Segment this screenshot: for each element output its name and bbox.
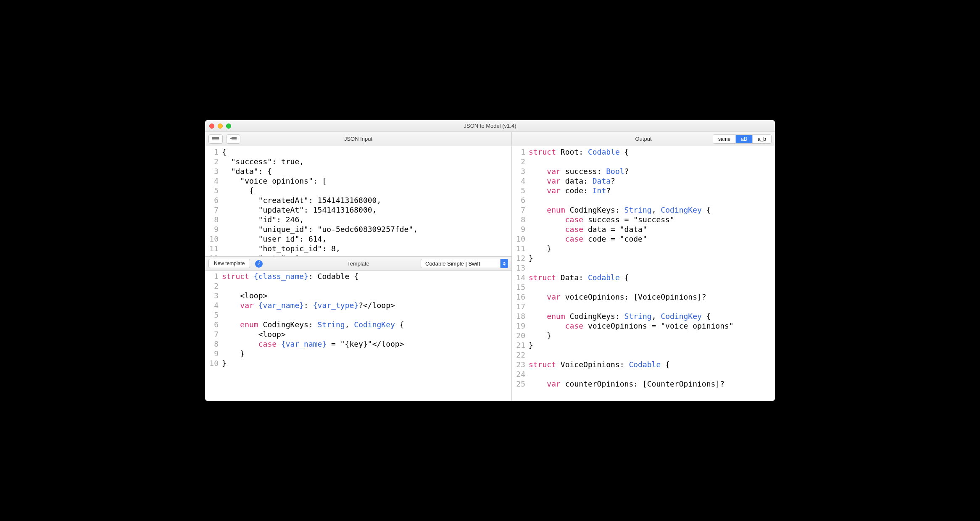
code-text: "createdAt": 1541413168000, xyxy=(222,195,511,205)
line-number: 22 xyxy=(512,350,529,360)
code-text: var {var_name}: {var_type}?</loop> xyxy=(222,300,511,310)
code-line: 10 "user_id": 614, xyxy=(205,234,511,244)
code-line: 3 <loop> xyxy=(205,291,511,300)
justify-icon[interactable] xyxy=(208,134,223,144)
json-input-header: JSON Input xyxy=(205,136,511,142)
code-line: 3 var success: Bool? xyxy=(512,166,775,176)
line-number: 11 xyxy=(205,244,222,253)
line-number: 9 xyxy=(205,224,222,234)
line-number: 13 xyxy=(512,263,529,273)
code-line: 12} xyxy=(512,253,775,263)
line-number: 10 xyxy=(512,234,529,244)
line-number: 2 xyxy=(205,157,222,166)
titlebar[interactable]: JSON to Model (v1.4) xyxy=(205,120,775,132)
close-icon[interactable] xyxy=(209,124,214,129)
code-line: 3 "data": { xyxy=(205,166,511,176)
output-toolbar: Output sameaBa_b xyxy=(512,132,775,146)
line-number: 7 xyxy=(512,205,529,215)
line-number: 8 xyxy=(205,339,222,349)
line-number: 3 xyxy=(205,291,222,300)
code-line: 5 { xyxy=(205,186,511,195)
code-line: 9 } xyxy=(205,349,511,358)
code-text: "user_id": 614, xyxy=(222,234,511,244)
code-text: enum CodingKeys: String, CodingKey { xyxy=(529,311,775,321)
code-text: "voice_opinions": [ xyxy=(222,176,511,186)
window-controls xyxy=(205,124,231,129)
code-text xyxy=(529,263,775,273)
code-line: 6 enum CodingKeys: String, CodingKey { xyxy=(205,320,511,329)
code-text xyxy=(222,281,511,291)
window-body: JSON Input 1{2 "success": true,3 "data":… xyxy=(205,132,775,401)
code-line: 1{ xyxy=(205,147,511,157)
line-number: 2 xyxy=(205,281,222,291)
code-line: 1struct {class_name}: Codable { xyxy=(205,271,511,281)
case-option-same[interactable]: same xyxy=(713,135,736,143)
line-number: 11 xyxy=(512,244,529,253)
new-template-button[interactable]: New template xyxy=(208,259,250,268)
line-number: 21 xyxy=(512,340,529,350)
case-option-aB[interactable]: aB xyxy=(736,135,753,143)
fullscreen-icon[interactable] xyxy=(226,124,231,129)
line-number: 10 xyxy=(205,358,222,368)
code-text: "id": 246, xyxy=(222,215,511,224)
code-line: 14struct Data: Codable { xyxy=(512,273,775,282)
code-line: 9 case data = "data" xyxy=(512,224,775,234)
code-line: 10 case code = "code" xyxy=(512,234,775,244)
line-number: 6 xyxy=(512,195,529,205)
code-text: struct VoiceOpinions: Codable { xyxy=(529,360,775,369)
code-line: 25 var counterOpinions: [CounterOpinions… xyxy=(512,379,775,389)
chevron-updown-icon xyxy=(501,259,508,268)
code-text: struct Data: Codable { xyxy=(529,273,775,282)
line-number: 20 xyxy=(512,331,529,340)
window-title: JSON to Model (v1.4) xyxy=(205,123,775,129)
code-line: 20 } xyxy=(512,331,775,340)
case-option-a_b[interactable]: a_b xyxy=(753,135,771,143)
code-text: } xyxy=(222,358,511,368)
code-line: 2 "success": true, xyxy=(205,157,511,166)
code-text: enum CodingKeys: String, CodingKey { xyxy=(222,320,511,329)
line-number: 4 xyxy=(205,300,222,310)
line-number: 16 xyxy=(512,292,529,302)
line-number: 1 xyxy=(512,147,529,157)
code-text: case success = "success" xyxy=(529,215,775,224)
code-line: 7 "updateAt": 1541413168000, xyxy=(205,205,511,215)
line-number: 2 xyxy=(512,157,529,166)
line-number: 8 xyxy=(512,215,529,224)
app-window: JSON to Model (v1.4) JSON Input 1{2 "suc… xyxy=(205,120,775,401)
code-line: 11 } xyxy=(512,244,775,253)
align-right-icon[interactable] xyxy=(226,134,240,144)
line-number: 18 xyxy=(512,311,529,321)
case-segmented-control[interactable]: sameaBa_b xyxy=(713,134,772,144)
line-number: 12 xyxy=(205,253,222,256)
json-input-toolbar: JSON Input xyxy=(205,132,511,146)
code-line: 21} xyxy=(512,340,775,350)
template-editor[interactable]: 1struct {class_name}: Codable {23 <loop>… xyxy=(205,271,511,401)
code-text xyxy=(529,157,775,166)
info-icon[interactable]: i xyxy=(255,260,263,268)
line-number: 5 xyxy=(205,186,222,195)
line-number: 7 xyxy=(205,205,222,215)
code-line: 1struct Root: Codable { xyxy=(512,147,775,157)
left-pane: JSON Input 1{2 "success": true,3 "data":… xyxy=(205,132,512,401)
template-toolbar: New template i Template Codable Simple |… xyxy=(205,256,511,271)
code-text: "data": { xyxy=(222,166,511,176)
line-number: 7 xyxy=(205,329,222,339)
code-line: 7 enum CodingKeys: String, CodingKey { xyxy=(512,205,775,215)
line-number: 9 xyxy=(512,224,529,234)
code-line: 7 <loop> xyxy=(205,329,511,339)
minimize-icon[interactable] xyxy=(218,124,223,129)
code-text: { xyxy=(222,147,511,157)
code-text: var data: Data? xyxy=(529,176,775,186)
code-text: var success: Bool? xyxy=(529,166,775,176)
output-editor[interactable]: 1struct Root: Codable {23 var success: B… xyxy=(512,146,775,401)
line-number: 17 xyxy=(512,302,529,311)
code-text: "vote": 0, xyxy=(222,253,511,256)
code-text: case voiceOpinions = "voice_opinions" xyxy=(529,321,775,331)
code-line: 16 var voiceOpinions: [VoiceOpinions]? xyxy=(512,292,775,302)
line-number: 14 xyxy=(512,273,529,282)
right-pane: Output sameaBa_b 1struct Root: Codable {… xyxy=(512,132,775,401)
code-text: } xyxy=(529,340,775,350)
template-select[interactable]: Codable Simple | Swift xyxy=(421,259,508,268)
line-number: 6 xyxy=(205,320,222,329)
json-input-editor[interactable]: 1{2 "success": true,3 "data": {4 "voice_… xyxy=(205,146,511,256)
